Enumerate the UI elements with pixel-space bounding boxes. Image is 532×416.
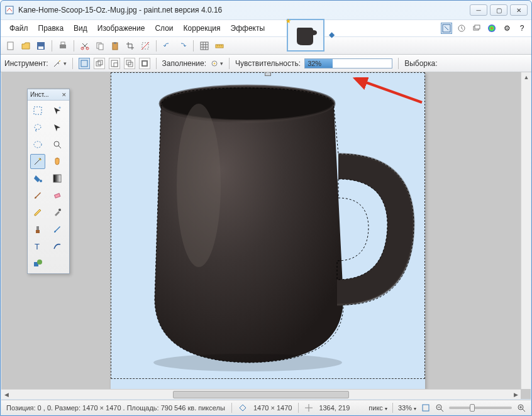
flood-mode-dropdown[interactable]: ▾ [210, 59, 223, 68]
status-dimensions: 1470 × 1470 [253, 404, 292, 412]
separator [74, 40, 74, 52]
tools-panel-header[interactable]: Инст... ✕ [28, 89, 69, 101]
tools-panel-toggle[interactable] [441, 23, 452, 34]
svg-rect-0 [6, 6, 13, 14]
tool-brush[interactable] [30, 188, 45, 203]
zoom-out-button[interactable] [435, 403, 444, 412]
fit-window-icon[interactable] [421, 403, 430, 412]
svg-rect-17 [114, 42, 116, 44]
menu-correction[interactable]: Коррекция [179, 21, 226, 35]
separator [156, 40, 157, 52]
menu-effects[interactable]: Эффекты [226, 21, 270, 35]
svg-point-54 [58, 209, 61, 211]
tool-move-selection[interactable]: + [50, 103, 65, 118]
thumbnail-dropdown[interactable]: ◆ [329, 30, 335, 39]
paste-button[interactable] [109, 40, 121, 52]
horizontal-scrollbar[interactable]: ◀ ▶ [1, 389, 521, 399]
history-panel-toggle[interactable] [456, 23, 467, 34]
instrument-label: Инструмент: [4, 59, 48, 68]
svg-point-47 [35, 124, 41, 129]
tool-clone[interactable] [30, 222, 45, 237]
zoom-slider-thumb[interactable] [470, 404, 475, 412]
tolerance-slider[interactable]: 32% [304, 58, 392, 68]
separator [229, 58, 230, 69]
menu-view[interactable]: Вид [69, 21, 92, 35]
selection-mode-add[interactable] [94, 58, 105, 69]
tool-ellipse-select[interactable] [30, 137, 45, 152]
tool-rect-select[interactable] [30, 103, 45, 118]
open-file-button[interactable] [19, 40, 32, 52]
tool-fill[interactable] [30, 171, 45, 186]
image-thumbnails: ★ ◆ [287, 19, 335, 52]
tool-pan[interactable] [50, 154, 65, 169]
help-button[interactable]: ? [516, 23, 528, 34]
ruler-toggle[interactable] [213, 40, 226, 52]
svg-point-40 [214, 62, 216, 64]
sampling-label: Выборка: [404, 59, 437, 68]
tool-pencil[interactable] [30, 205, 45, 220]
settings-button[interactable]: ⚙ [501, 23, 513, 34]
print-button[interactable] [57, 40, 69, 52]
cut-button[interactable] [79, 40, 91, 52]
tool-recolor[interactable] [50, 222, 65, 237]
vertical-scrollbar[interactable]: ▲ [521, 72, 531, 389]
svg-rect-15 [99, 44, 103, 50]
tools-panel-title: Инст... [30, 91, 49, 98]
deselect-button[interactable] [139, 40, 152, 52]
scroll-up-arrow[interactable]: ▲ [521, 72, 531, 82]
svg-point-51 [40, 180, 42, 182]
undo-button[interactable] [161, 40, 174, 52]
selection-mode-intersect[interactable] [124, 58, 135, 69]
copy-button[interactable] [94, 40, 106, 52]
redo-button[interactable] [176, 40, 189, 52]
crop-button[interactable] [124, 40, 136, 52]
current-tool-dropdown[interactable]: ▾ [52, 58, 67, 68]
tool-move-pixels[interactable] [50, 120, 65, 135]
hscroll-thumb[interactable] [173, 391, 349, 398]
menu-edit[interactable]: Правка [33, 21, 69, 35]
scroll-right-arrow[interactable]: ▶ [511, 390, 521, 400]
tool-eraser[interactable] [50, 188, 65, 203]
unit-dropdown[interactable]: пикс ▾ [369, 404, 387, 412]
maximize-button[interactable]: ▢ [490, 4, 507, 16]
separator [156, 58, 157, 69]
save-button[interactable] [35, 40, 47, 52]
tool-shapes[interactable] [30, 256, 45, 271]
menu-layers[interactable]: Слои [150, 21, 178, 35]
svg-rect-55 [36, 230, 40, 233]
image-thumbnail-active[interactable]: ★ [287, 19, 324, 52]
tools-panel[interactable]: Инст... ✕ + T [27, 89, 70, 274]
zoom-slider[interactable] [449, 407, 512, 409]
tools-panel-close[interactable]: ✕ [62, 92, 67, 98]
minimize-button[interactable]: ─ [470, 4, 487, 16]
window-controls: ─ ▢ ✕ [470, 4, 528, 16]
zoom-in-button[interactable] [517, 403, 526, 412]
menu-file[interactable]: Файл [4, 21, 33, 35]
layers-panel-toggle[interactable] [471, 23, 482, 34]
selection-bounds[interactable] [111, 72, 425, 379]
menu-image[interactable]: Изображение [92, 21, 150, 35]
selection-mode-subtract[interactable] [109, 58, 120, 69]
tool-text[interactable]: T [30, 239, 45, 254]
selection-mode-replace[interactable] [79, 58, 90, 69]
new-file-button[interactable] [4, 40, 17, 52]
grid-toggle[interactable] [198, 40, 211, 52]
tool-zoom[interactable] [50, 137, 65, 152]
cursor-icon [305, 404, 313, 412]
zoom-dropdown[interactable]: 33% ▾ [398, 404, 416, 412]
svg-line-2 [445, 26, 448, 30]
tolerance-value: 32% [305, 60, 324, 67]
tool-options-bar: Инструмент: ▾ Заполнение: ▾ Чувствительн… [1, 55, 531, 72]
tool-line[interactable] [50, 239, 65, 254]
tool-gradient[interactable] [50, 171, 65, 186]
main-toolbar [1, 37, 531, 55]
tool-lasso[interactable] [30, 120, 45, 135]
colors-panel-toggle[interactable] [486, 23, 497, 34]
selection-handle-n[interactable] [265, 72, 271, 76]
tool-magic-wand[interactable] [30, 154, 45, 169]
selection-mode-invert[interactable] [139, 58, 150, 69]
close-button[interactable]: ✕ [510, 4, 528, 16]
status-cursor-pos: 1364, 219 [319, 404, 350, 412]
scroll-left-arrow[interactable]: ◀ [1, 390, 11, 400]
tool-color-picker[interactable] [50, 205, 65, 220]
